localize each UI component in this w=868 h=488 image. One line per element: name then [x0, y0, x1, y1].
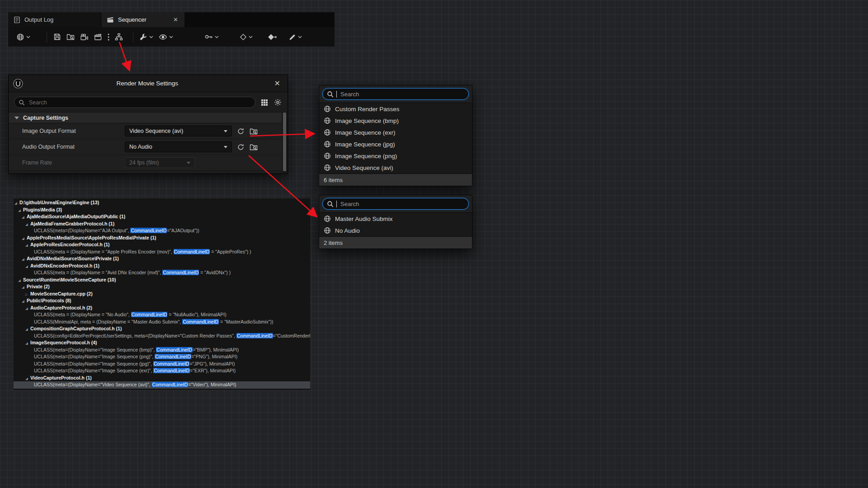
code-text: ="CustomRenderPasses"), MinimalAPI)	[273, 333, 310, 338]
search-result-node[interactable]: ◢CompositionGraphCaptureProtocol.h (1)	[14, 325, 310, 333]
expander-arrow-icon[interactable]: ▷	[25, 291, 30, 298]
save-button[interactable]	[51, 31, 64, 43]
search-result-node[interactable]: ◢AudioCaptureProtocol.h (2)	[14, 305, 310, 312]
popup-search-field[interactable]	[322, 88, 469, 100]
search-result-code-line[interactable]: UCLASS(MinimalApi, meta = (DisplayName =…	[14, 319, 310, 326]
more-options-button[interactable]	[105, 31, 112, 43]
search-result-code-line[interactable]: UCLASS(meta=(DisplayName="Image Sequence…	[14, 353, 310, 361]
outliner-button[interactable]	[112, 31, 126, 43]
search-result-node[interactable]: ◢AvidDNxEncoderProtocol.h (1)	[14, 263, 310, 270]
use-selected-asset-button[interactable]	[237, 127, 245, 135]
expander-arrow-icon[interactable]: ◢	[25, 242, 30, 249]
expander-arrow-icon[interactable]: ◢	[25, 375, 30, 382]
dialog-scrollbar[interactable]	[283, 112, 287, 173]
world-selector-button[interactable]	[14, 31, 33, 43]
search-result-code-line[interactable]: UCLASS(meta=(DisplayName="Image Sequence…	[14, 361, 310, 368]
chevron-down-icon	[169, 36, 173, 38]
search-result-code-line[interactable]: UCLASS(meta = (DisplayName = "Avid DNx E…	[14, 269, 310, 277]
search-result-node[interactable]: ◢Private (2)	[14, 283, 310, 291]
search-result-code-line[interactable]: UCLASS(meta = (DisplayName = "Apple ProR…	[14, 249, 310, 256]
dropdown-option[interactable]: Image Sequence (exr)	[319, 127, 472, 138]
search-result-node[interactable]: ◢D:\github\UnrealEngine\Engine (13)	[14, 199, 310, 206]
find-in-content-browser-button[interactable]	[64, 31, 77, 43]
search-result-code-line[interactable]: UCLASS(meta=(DisplayName="AJA Output", C…	[14, 227, 310, 235]
search-result-node[interactable]: ◢AvidDNxMedia\Source\Source\Private (1)	[14, 255, 310, 263]
search-result-code-line[interactable]: UCLASS(meta=(DisplayName="Video Sequence…	[14, 381, 310, 389]
search-match-highlight: CommandLineID	[131, 312, 168, 317]
class-sphere-icon	[324, 215, 331, 222]
close-dialog-button[interactable]: ✕	[272, 79, 283, 88]
close-tab-icon[interactable]: ✕	[172, 16, 179, 23]
edit-options-button[interactable]	[286, 31, 305, 43]
expander-arrow-icon[interactable]: ◢	[25, 326, 30, 333]
expander-arrow-icon[interactable]: ◢	[18, 277, 23, 284]
search-result-node[interactable]: ▷MovieSceneCapture.cpp (2)	[14, 291, 310, 298]
dropdown-option-label: Image Sequence (exr)	[335, 129, 396, 136]
search-result-node[interactable]: ◢Source\Runtime\MovieSceneCapture (10)	[14, 277, 310, 284]
search-result-node[interactable]: ◢ImageSequenceProtocol.h (4)	[14, 339, 310, 347]
tab-sequencer[interactable]: Sequencer ✕	[101, 12, 184, 27]
audio-output-format-dropdown[interactable]: No Audio	[125, 141, 232, 152]
autokey-options-button[interactable]	[237, 31, 255, 43]
dropdown-value: Video Sequence (avi)	[129, 128, 183, 134]
dropdown-option[interactable]: No Audio	[319, 225, 472, 236]
search-result-code-line[interactable]: UCLASS(meta = (DisplayName = "No Audio",…	[14, 311, 310, 319]
search-result-node[interactable]: ◢AppleProResMedia\Source\AppleProResMedi…	[14, 235, 310, 242]
dropdown-option[interactable]: Image Sequence (bmp)	[319, 115, 472, 127]
dropdown-option[interactable]: Custom Render Passes	[319, 103, 472, 115]
popup-search-input[interactable]	[340, 90, 464, 98]
chevron-down-icon	[26, 36, 30, 38]
search-result-code-line[interactable]: UCLASS(meta=(DisplayName="Image Sequence…	[14, 367, 310, 375]
settings-gear-button[interactable]	[274, 98, 282, 107]
expander-arrow-icon[interactable]: ◢	[14, 200, 19, 206]
dropdown-option[interactable]: Image Sequence (jpg)	[319, 138, 472, 150]
popup-search-input[interactable]	[340, 200, 464, 208]
code-text: ="AJAOutput"))	[167, 228, 199, 233]
tab-output-log[interactable]: Output Log	[8, 12, 101, 27]
expander-arrow-icon[interactable]: ◢	[22, 235, 27, 242]
eye-icon	[159, 34, 167, 40]
dialog-titlebar[interactable]: Render Movie Settings ✕	[9, 75, 288, 92]
dropdown-option[interactable]: Video Sequence (avi)	[319, 162, 472, 174]
use-selected-asset-button[interactable]	[237, 143, 245, 151]
setting-label: Audio Output Format	[22, 144, 125, 150]
expander-arrow-icon[interactable]: ◢	[18, 207, 23, 214]
expander-arrow-icon[interactable]: ◢	[22, 298, 27, 305]
search-result-code-line[interactable]: UCLASS(config=EditorPerProjectUserSettin…	[14, 333, 310, 340]
search-result-node[interactable]: ◢AjaMedia\Source\AjaMediaOutput\Public (…	[14, 213, 310, 221]
expander-arrow-icon[interactable]: ◢	[22, 214, 27, 221]
create-camera-button[interactable]	[77, 31, 91, 43]
expander-arrow-icon[interactable]: ◢	[22, 284, 27, 291]
search-result-node[interactable]: ◢VideoCaptureProtocol.h (1)	[14, 375, 310, 382]
search-result-node[interactable]: ◢Public\Protocols (8)	[14, 297, 310, 305]
browse-asset-button[interactable]	[250, 143, 258, 151]
capture-settings-section-header[interactable]: Capture Settings	[9, 112, 282, 123]
search-result-node[interactable]: ◢AppleProResEncoderProtocol.h (1)	[14, 241, 310, 249]
expander-arrow-icon[interactable]: ◢	[25, 340, 30, 347]
search-result-node[interactable]: ◢AjaMediaFrameGrabberProtocol.h (1)	[14, 221, 310, 228]
popup-search-field[interactable]	[322, 198, 469, 210]
view-options-button[interactable]	[156, 32, 176, 42]
keying-options-button[interactable]	[202, 32, 222, 42]
browse-asset-button[interactable]	[250, 127, 258, 135]
scrollbar-thumb[interactable]	[283, 113, 286, 171]
search-result-node[interactable]: ◢Plugins\Media (3)	[14, 206, 310, 214]
settings-search-field[interactable]	[14, 97, 255, 108]
save-icon	[53, 33, 61, 41]
expander-arrow-icon[interactable]: ◢	[25, 305, 30, 312]
expander-arrow-icon[interactable]: ◢	[25, 221, 30, 228]
globe-icon	[16, 33, 24, 41]
image-output-format-dropdown[interactable]: Video Sequence (avi)	[125, 126, 232, 136]
search-result-code-line[interactable]: UCLASS(meta=(DisplayName="Image Sequence…	[14, 347, 310, 354]
expander-arrow-icon[interactable]: ◢	[25, 263, 30, 270]
dropdown-option[interactable]: Image Sequence (png)	[319, 150, 472, 162]
grid-view-button[interactable]	[260, 99, 269, 107]
key-interpolation-button[interactable]	[265, 31, 280, 43]
render-movie-button[interactable]	[91, 31, 105, 43]
dropdown-option[interactable]: Master Audio Submix	[319, 213, 472, 225]
node-label: AppleProResMedia\Source\AppleProResMedia…	[27, 235, 156, 240]
toolbar-divider	[47, 32, 47, 42]
search-input[interactable]	[28, 99, 251, 106]
settings-button[interactable]	[137, 31, 156, 43]
expander-arrow-icon[interactable]: ◢	[22, 256, 27, 263]
